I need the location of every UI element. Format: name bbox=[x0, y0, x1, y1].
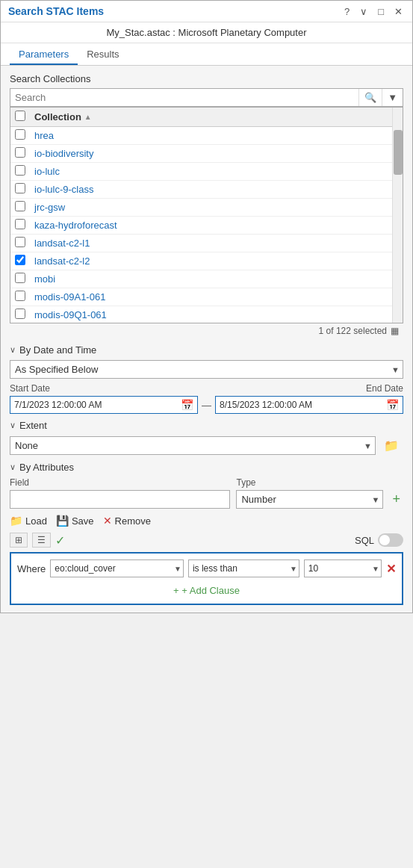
date-type-dropdown[interactable]: As Specified Below All Dates Custom bbox=[10, 360, 403, 379]
collection-row[interactable]: modis-09Q1-061 bbox=[10, 306, 403, 323]
collection-checkbox-hrea[interactable] bbox=[15, 129, 25, 140]
help-button[interactable]: ? bbox=[342, 6, 352, 17]
collection-row[interactable]: hrea bbox=[10, 127, 403, 145]
collection-checkbox-io-lulc[interactable] bbox=[15, 165, 25, 176]
select-all-checkbox[interactable] bbox=[15, 111, 25, 121]
attributes-chevron-icon: ∨ bbox=[10, 462, 16, 472]
maximize-button[interactable]: □ bbox=[376, 6, 386, 17]
title-bar: Search STAC Items ? ∨ □ ✕ bbox=[1, 1, 412, 22]
end-date-label: End Date bbox=[216, 383, 403, 394]
end-date-calendar-icon[interactable]: 📅 bbox=[382, 397, 403, 413]
collection-checkbox-io-biodiversity[interactable] bbox=[15, 147, 25, 158]
date-range-dash: — bbox=[202, 400, 211, 411]
search-collections-label: Search Collections bbox=[10, 73, 403, 84]
field-label: Field bbox=[10, 477, 230, 488]
end-date-input-wrap: 📅 bbox=[215, 396, 403, 414]
collection-checkbox-kaza-hydroforecast[interactable] bbox=[15, 219, 25, 229]
collection-header: Collection ▲ bbox=[10, 108, 403, 127]
dropdown-arrow-icon[interactable]: ▼ bbox=[382, 89, 403, 106]
content-area: Search Collections 🔍 ▼ Collection ▲ hrea bbox=[1, 66, 412, 613]
by-attributes-header[interactable]: ∨ By Attributes bbox=[10, 462, 403, 473]
sql-toggle-switch[interactable] bbox=[378, 533, 403, 547]
value-dropdown[interactable]: 10 bbox=[304, 559, 382, 577]
query-list-icon[interactable]: ☰ bbox=[32, 533, 51, 548]
collection-row[interactable]: jrc-gsw bbox=[10, 199, 403, 217]
date-labels-row: Start Date End Date bbox=[10, 383, 403, 394]
window-controls: ? ∨ □ ✕ bbox=[342, 6, 405, 17]
start-date-input[interactable] bbox=[10, 397, 177, 413]
date-inputs-row: 📅 — 📅 bbox=[10, 396, 403, 414]
toggle-knob bbox=[379, 535, 390, 545]
start-date-calendar-icon[interactable]: 📅 bbox=[177, 397, 197, 413]
collection-checkbox-mobi[interactable] bbox=[15, 273, 25, 283]
close-button[interactable]: ✕ bbox=[392, 6, 405, 17]
field-type-row: Field Type Number String Date ▼ + bbox=[10, 477, 403, 509]
end-date-input[interactable] bbox=[216, 397, 382, 413]
search-input[interactable] bbox=[10, 89, 358, 106]
field-input[interactable] bbox=[10, 490, 230, 509]
load-button[interactable]: 📁 Load bbox=[10, 515, 47, 527]
chevron-down-icon: ∨ bbox=[10, 345, 16, 355]
type-dropdown[interactable]: Number String Date bbox=[236, 490, 383, 509]
where-label: Where bbox=[17, 563, 46, 574]
verify-query-button[interactable]: ✓ bbox=[55, 533, 65, 548]
query-table-icon[interactable]: ⊞ bbox=[10, 533, 28, 548]
window-title: Search STAC Items bbox=[8, 5, 104, 17]
collection-checkbox-landsat-c2-l2[interactable] bbox=[15, 255, 25, 265]
where-clause-row: Where eo:cloud_cover ▼ is less than is g… bbox=[17, 559, 396, 577]
start-date-label: Start Date bbox=[10, 383, 197, 394]
remove-button[interactable]: ✕ Remove bbox=[103, 515, 151, 527]
collection-row[interactable]: io-biodiversity bbox=[10, 145, 403, 163]
tab-results[interactable]: Results bbox=[78, 43, 128, 65]
extent-dropdown[interactable]: None Current Extent Draw Extent bbox=[10, 436, 376, 455]
sql-toggle-row: SQL bbox=[355, 533, 403, 547]
collection-row[interactable]: landsat-c2-l2 bbox=[10, 252, 403, 270]
type-group: Type Number String Date ▼ bbox=[236, 477, 383, 509]
collection-checkbox-io-lulc-9-class[interactable] bbox=[15, 183, 25, 193]
field-group: Field bbox=[10, 477, 230, 509]
scrollbar[interactable] bbox=[392, 108, 403, 323]
date-type-dropdown-wrapper: As Specified Below All Dates Custom ▼ bbox=[10, 360, 403, 379]
query-toolbar: ⊞ ☰ ✓ SQL bbox=[10, 533, 403, 548]
field-dropdown-wrap: eo:cloud_cover ▼ bbox=[50, 559, 184, 577]
by-date-header[interactable]: ∨ By Date and Time bbox=[10, 344, 403, 356]
by-date-section: ∨ By Date and Time As Specified Below Al… bbox=[10, 344, 403, 414]
collection-checkbox-landsat-c2-l1[interactable] bbox=[15, 237, 25, 247]
add-clause-row[interactable]: + + Add Clause bbox=[17, 582, 396, 598]
tab-parameters[interactable]: Parameters bbox=[10, 43, 78, 65]
collection-row[interactable]: io-lulc-9-class bbox=[10, 181, 403, 199]
extent-folder-icon[interactable]: 📁 bbox=[379, 435, 403, 456]
collection-checkbox-jrc-gsw[interactable] bbox=[15, 201, 25, 211]
extent-row: None Current Extent Draw Extent ▼ 📁 bbox=[10, 435, 403, 456]
type-dropdown-wrapper: Number String Date ▼ bbox=[236, 490, 383, 509]
remove-x-icon: ✕ bbox=[103, 515, 112, 527]
tabs-bar: Parameters Results bbox=[1, 43, 412, 66]
collection-checkbox-modis-09q1[interactable] bbox=[15, 309, 25, 319]
collection-row[interactable]: io-lulc bbox=[10, 163, 403, 181]
grid-icon[interactable]: ▦ bbox=[391, 326, 399, 336]
collection-row[interactable]: mobi bbox=[10, 270, 403, 288]
collection-column-header[interactable]: Collection ▲ bbox=[34, 111, 398, 123]
add-clause-icon: + bbox=[173, 585, 179, 596]
date-inputs-section: Start Date End Date 📅 — 📅 bbox=[10, 383, 403, 414]
attribute-toolbar: 📁 Load 💾 Save ✕ Remove bbox=[10, 515, 403, 527]
field-dropdown[interactable]: eo:cloud_cover bbox=[50, 559, 184, 577]
extent-header[interactable]: ∨ Extent bbox=[10, 420, 403, 431]
add-attribute-button[interactable]: + bbox=[389, 492, 403, 507]
collection-search-row: 🔍 ▼ bbox=[10, 88, 403, 107]
selected-count-text: 1 of 122 selected bbox=[319, 326, 387, 336]
operator-dropdown[interactable]: is less than is greater than equals bbox=[188, 559, 299, 577]
subtitle: My_Stac.astac : Microsoft Planetary Comp… bbox=[1, 22, 412, 43]
extent-dropdown-wrapper: None Current Extent Draw Extent ▼ bbox=[10, 436, 376, 455]
save-button[interactable]: 💾 Save bbox=[56, 515, 94, 527]
collection-row[interactable]: landsat-c2-l1 bbox=[10, 235, 403, 252]
query-box: Where eo:cloud_cover ▼ is less than is g… bbox=[10, 552, 403, 605]
remove-clause-button[interactable]: ✕ bbox=[386, 562, 396, 576]
search-icon[interactable]: 🔍 bbox=[358, 89, 382, 106]
main-window: Search STAC Items ? ∨ □ ✕ My_Stac.astac … bbox=[0, 0, 413, 613]
minimize-button[interactable]: ∨ bbox=[358, 6, 370, 17]
collection-row[interactable]: kaza-hydroforecast bbox=[10, 217, 403, 235]
scrollbar-thumb[interactable] bbox=[394, 130, 403, 175]
collection-row[interactable]: modis-09A1-061 bbox=[10, 288, 403, 306]
collection-checkbox-modis-09a1[interactable] bbox=[15, 291, 25, 301]
